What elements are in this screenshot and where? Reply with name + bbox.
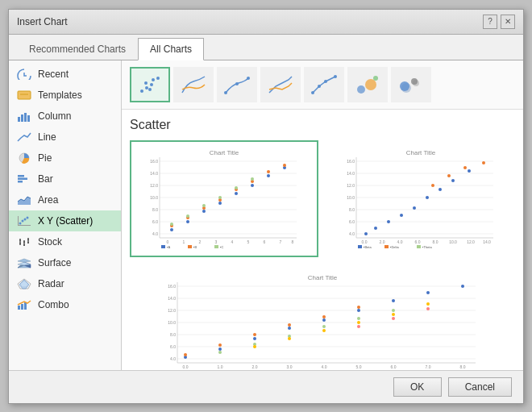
svg-rect-110 (188, 245, 192, 248)
svg-point-44 (148, 88, 152, 91)
section-title: Scatter (130, 118, 515, 132)
svg-text:0.0: 0.0 (183, 364, 189, 369)
svg-point-195 (184, 353, 187, 356)
svg-point-89 (218, 202, 222, 205)
svg-point-39 (145, 86, 148, 89)
scatter-icon (17, 215, 31, 227)
svg-text:6.0: 6.0 (152, 219, 158, 224)
svg-point-149 (482, 161, 485, 164)
svg-rect-16 (18, 216, 19, 226)
svg-rect-7 (18, 175, 24, 177)
dialog-title: Insert Chart (17, 16, 68, 27)
svg-text:8.0: 8.0 (460, 364, 466, 369)
svg-point-210 (357, 321, 360, 324)
area-icon (17, 194, 31, 206)
svg-point-105 (218, 196, 222, 199)
svg-text:1.0: 1.0 (218, 364, 223, 369)
sidebar-item-area[interactable]: Area (9, 189, 121, 210)
svg-rect-34 (18, 306, 20, 310)
svg-point-145 (426, 196, 429, 199)
chart-type-straight-markers[interactable] (304, 67, 344, 102)
sidebar-item-line[interactable]: Line (9, 127, 121, 148)
close-button[interactable]: ✕ (501, 15, 515, 29)
svg-point-50 (324, 80, 327, 83)
svg-text:12.0: 12.0 (347, 183, 355, 188)
svg-point-205 (357, 317, 360, 320)
stock-icon (17, 236, 31, 248)
svg-text:5: 5 (247, 239, 250, 244)
svg-text:14.0: 14.0 (483, 239, 491, 244)
svg-rect-112 (214, 245, 218, 248)
svg-point-190 (322, 318, 326, 322)
svg-marker-29 (18, 262, 31, 265)
svg-point-43 (156, 77, 160, 80)
combo-icon (17, 299, 31, 310)
svg-point-142 (387, 220, 390, 223)
svg-point-140 (364, 232, 368, 235)
svg-rect-157 (417, 245, 421, 248)
sidebar: Recent Templates (9, 60, 122, 370)
sidebar-item-scatter[interactable]: X Y (Scatter) (9, 210, 121, 231)
svg-point-88 (202, 210, 206, 213)
insert-chart-dialog: Insert Chart ? ✕ Recommended Charts All … (8, 9, 524, 404)
chart-type-icons-row (122, 60, 523, 110)
svg-rect-35 (21, 304, 23, 310)
svg-text:16.0: 16.0 (168, 284, 176, 289)
chart-type-3d-bubble[interactable] (391, 67, 431, 102)
svg-point-40 (144, 81, 148, 85)
svg-point-106 (235, 186, 238, 189)
svg-text:8.0: 8.0 (349, 207, 355, 212)
svg-text:▪Beta: ▪Beta (364, 245, 372, 249)
svg-point-207 (253, 345, 256, 348)
svg-text:Chart Title: Chart Title (406, 149, 436, 156)
svg-point-148 (468, 169, 471, 173)
tab-all-charts[interactable]: All Charts (138, 38, 204, 60)
ok-button[interactable]: OK (393, 377, 442, 397)
sidebar-item-recent[interactable]: Recent (9, 64, 121, 85)
cancel-button[interactable]: Cancel (448, 377, 512, 397)
sidebar-item-stock[interactable]: Stock (9, 231, 121, 252)
surface-icon (17, 257, 31, 268)
svg-point-54 (373, 76, 378, 81)
sidebar-item-pie[interactable]: Pie (9, 148, 121, 169)
svg-point-211 (392, 313, 395, 316)
sidebar-item-column[interactable]: Column (9, 106, 121, 127)
sidebar-item-bar[interactable]: Bar (9, 169, 121, 189)
chart-type-straight-lines[interactable] (260, 67, 301, 102)
svg-point-147 (451, 179, 455, 182)
svg-point-102 (170, 223, 173, 226)
chart-list-area: Scatter Chart Title (122, 110, 523, 370)
svg-point-46 (235, 82, 239, 85)
chart-type-scatter-dots[interactable] (130, 67, 170, 102)
chart-type-bubble[interactable] (347, 67, 388, 102)
tab-recommended[interactable]: Recommended Charts (17, 38, 138, 60)
svg-point-192 (392, 299, 395, 302)
svg-point-101 (283, 164, 286, 167)
column-icon (17, 110, 31, 122)
svg-text:1: 1 (183, 239, 185, 244)
svg-point-146 (438, 188, 442, 191)
svg-point-41 (150, 83, 153, 86)
chart-preview-2[interactable]: Chart Title 16.0 14.0 12.0 10.0 (326, 140, 515, 257)
svg-point-150 (463, 166, 467, 169)
svg-rect-5 (27, 115, 30, 122)
svg-text:4.0: 4.0 (397, 239, 403, 244)
chart-type-smooth-lines[interactable] (173, 67, 214, 102)
sidebar-item-templates[interactable]: Templates (9, 85, 121, 106)
svg-text:12.0: 12.0 (150, 183, 158, 188)
radar-icon (17, 278, 31, 289)
svg-rect-108 (161, 245, 165, 248)
svg-point-209 (322, 329, 326, 332)
sidebar-item-combo[interactable]: Combo (9, 294, 121, 315)
svg-text:8.0: 8.0 (152, 207, 158, 212)
footer: OK Cancel (9, 370, 523, 403)
chart-preview-1[interactable]: Chart Title 16.0 14.0 1 (130, 140, 318, 257)
sidebar-item-surface[interactable]: Surface (9, 252, 121, 273)
chart-type-smooth-markers[interactable] (217, 67, 257, 102)
svg-point-197 (253, 333, 256, 336)
help-button[interactable]: ? (483, 15, 497, 29)
sidebar-item-radar[interactable]: Radar (9, 273, 121, 294)
svg-point-45 (224, 91, 227, 94)
chart-preview-3[interactable]: Chart Title 16.0 14.0 12.0 (130, 265, 515, 370)
svg-text:10.0: 10.0 (168, 320, 176, 325)
